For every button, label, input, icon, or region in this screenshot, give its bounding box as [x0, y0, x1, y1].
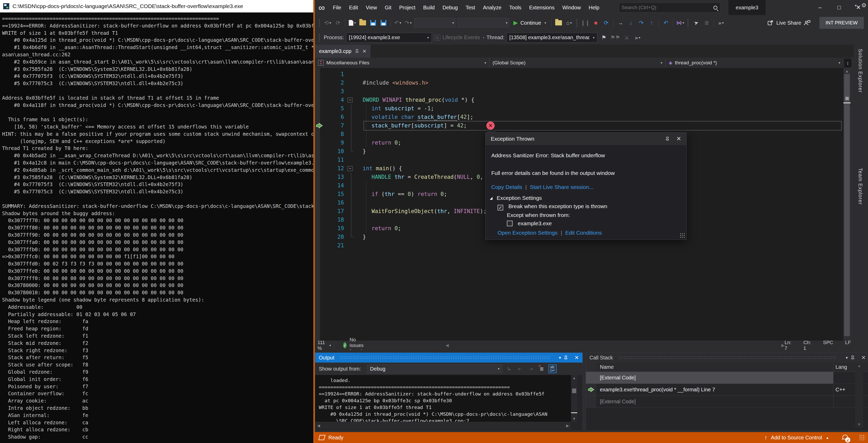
menu-item-file[interactable]: File	[329, 3, 345, 12]
space-indicator[interactable]: SPC	[823, 340, 833, 351]
open-file-icon[interactable]	[358, 18, 367, 28]
document-dropdown-icon[interactable]: ▾	[855, 3, 857, 7]
flagged-threads-icon[interactable]: ⚑⚑	[610, 33, 620, 42]
step-over-icon[interactable]: ↷	[637, 18, 646, 28]
stop-debugging-icon[interactable]: ■	[591, 18, 600, 28]
zoom-dropdown[interactable]: 111 %▾	[315, 341, 334, 350]
next-message-icon[interactable]: ⇢	[527, 364, 535, 373]
step-into-icon[interactable]: ↓	[626, 18, 635, 28]
save-all-icon[interactable]	[379, 18, 388, 28]
tab-team-explorer[interactable]: Team Explorer	[857, 168, 863, 205]
add-to-source-control-button[interactable]: Add to Source Control	[771, 435, 822, 441]
goto-message-icon[interactable]: ↳	[505, 364, 513, 373]
copy-details-link[interactable]: Copy Details	[491, 184, 522, 190]
lifecycle-events-button[interactable]: ◷ Lifecycle Events▾	[434, 35, 485, 40]
start-live-share-link[interactable]: Start Live Share session...	[530, 184, 594, 190]
process-dropdown[interactable]: [19924] example3.exe▾	[346, 33, 432, 42]
editor-gear-icon[interactable]: ⚙	[861, 2, 866, 9]
menu-item-help[interactable]: Help	[585, 3, 603, 12]
undo-icon[interactable]: ↶▾	[393, 18, 402, 28]
panel-splitter[interactable]	[315, 350, 868, 352]
call-stack-column-header[interactable]: Name Language	[586, 363, 868, 372]
fold-collapse-box[interactable]: −	[348, 98, 352, 103]
popup-resize-grip[interactable]	[680, 233, 685, 238]
column-language[interactable]: Language	[833, 363, 847, 372]
scroll-down-icon[interactable]: ▼	[571, 417, 577, 421]
menu-item-debug[interactable]: Debug	[438, 3, 462, 12]
suspend-threads-icon[interactable]: ⚔	[622, 33, 631, 42]
tab-example3-cpp[interactable]: example3.cpp ✕	[315, 45, 370, 58]
window-position-icon[interactable]: ▾	[559, 355, 561, 360]
platform-dropdown[interactable]: ▾	[457, 18, 509, 28]
scroll-left-icon[interactable]: ◀	[317, 423, 320, 428]
previous-message-icon[interactable]: ⇠	[516, 364, 524, 373]
step-out-icon[interactable]: ↑	[647, 18, 656, 28]
apply-code-changes-icon[interactable]: ↶	[661, 18, 670, 28]
search-input[interactable]	[622, 5, 713, 10]
editor-vertical-scrollbar[interactable]: ▲	[843, 68, 850, 340]
call-stack-row[interactable]: [External Code]	[586, 396, 868, 408]
menu-item-tools[interactable]: Tools	[505, 3, 525, 12]
thread-dropdown[interactable]: [13508] example3.exe!asan_thread▾	[506, 33, 597, 42]
save-icon[interactable]	[369, 18, 377, 28]
menu-item-edit[interactable]: Edit	[345, 3, 362, 12]
pin-icon[interactable]	[354, 49, 359, 54]
toolbar-overflow-icon[interactable]: »▾	[716, 18, 725, 28]
window-position-icon[interactable]: ▾	[846, 355, 848, 360]
call-stack-row[interactable]: [External Code]	[586, 372, 868, 384]
module-checkbox[interactable]	[507, 220, 513, 226]
callstack-vertical-scrollbar[interactable]: ▲ ▼	[855, 363, 863, 428]
edit-conditions-link[interactable]: Edit Conditions	[565, 230, 602, 236]
live-share-button[interactable]: Live Share	[768, 20, 801, 26]
menu-item-window[interactable]: Window	[559, 3, 585, 12]
menu-item-git[interactable]: Git	[381, 3, 396, 12]
selection-cursor-icon[interactable]: ➤	[690, 16, 702, 29]
toolbar-drag-handle[interactable]	[318, 19, 320, 27]
output-horizontal-scrollbar[interactable]: ◀ ▶	[315, 422, 571, 430]
project-dropdown[interactable]: ++ Miscellaneous Files▾	[315, 58, 490, 68]
split-editor-handle[interactable]: ↕	[844, 59, 851, 67]
scroll-down-icon[interactable]: ▼	[855, 422, 863, 427]
menu-item-view[interactable]: View	[362, 3, 381, 12]
restart-icon[interactable]: ⟳	[602, 18, 611, 28]
scroll-right-icon[interactable]: ▶	[566, 423, 569, 428]
navigate-back-icon[interactable]: ⟲▾	[323, 18, 332, 28]
search-box[interactable]	[619, 3, 720, 12]
code-editor[interactable]: 12#include <windows.h>34−DWORD WINAPI th…	[315, 68, 843, 340]
clear-all-icon[interactable]: ≣	[537, 364, 546, 373]
minimize-button[interactable]: –	[810, 0, 830, 15]
notifications-bell-icon[interactable]: 2	[841, 434, 848, 441]
open-exception-settings-link[interactable]: Open Exception Settings	[498, 230, 558, 236]
pin-icon[interactable]	[563, 355, 568, 360]
scrollbar-thumb[interactable]	[572, 388, 576, 393]
show-next-statement-icon[interactable]: ⌂▾	[564, 18, 574, 28]
output-panel-header[interactable]: Output ▾ ✕	[315, 353, 583, 363]
panel-close-icon[interactable]: ✕	[861, 354, 866, 361]
scrollbar-thumb[interactable]	[844, 74, 850, 336]
menu-item-analyze[interactable]: Analyze	[479, 3, 505, 12]
call-stack-header[interactable]: Call Stack ▾ ✕	[586, 353, 868, 363]
output-source-dropdown[interactable]: Debug▾	[367, 364, 502, 373]
menu-item-build[interactable]: Build	[419, 3, 438, 12]
output-vertical-scrollbar[interactable]: ▲ ▼	[571, 375, 577, 422]
window-resize-grip[interactable]	[859, 435, 865, 441]
word-wrap-icon[interactable]: abc↵	[549, 364, 557, 373]
flag-thread-icon[interactable]: ⚑	[599, 33, 608, 42]
parallel-watch-icon[interactable]: ⋈▾	[676, 18, 685, 28]
member-dropdown[interactable]: ◈ thread_proc(void *)▾	[665, 58, 843, 68]
hscroll-right-icon[interactable]: ▶	[781, 343, 784, 348]
fold-collapse-box[interactable]: −	[348, 166, 352, 171]
eol-indicator[interactable]: LF	[845, 340, 851, 351]
int-preview-badge[interactable]: INT PREVIEW	[819, 17, 864, 29]
scroll-up-icon[interactable]: ▲	[855, 363, 863, 368]
tab-solution-explorer[interactable]: Solution Explorer	[857, 49, 863, 93]
exception-error-icon[interactable]: ✕	[486, 122, 495, 130]
maximize-button[interactable]: □	[830, 0, 849, 15]
toolbar-overflow-icon[interactable]: »▾	[633, 33, 642, 42]
pause-icon[interactable]: ❙❙	[581, 18, 590, 28]
tab-close-icon[interactable]: ✕	[363, 48, 367, 54]
column-name[interactable]: Name	[596, 363, 833, 372]
toolbar-drag-handle[interactable]	[318, 33, 320, 42]
pin-icon[interactable]	[665, 137, 670, 141]
output-log[interactable]: loaded.=================================…	[315, 375, 571, 422]
